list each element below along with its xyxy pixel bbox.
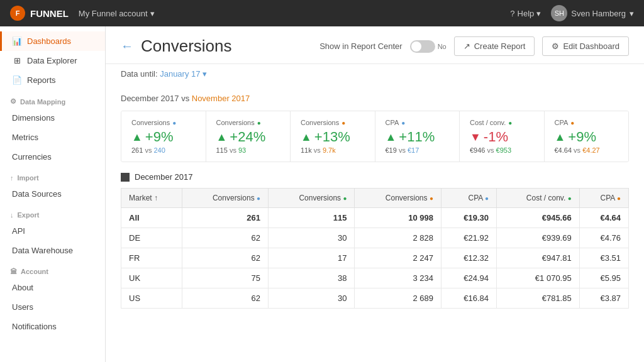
avatar: SH — [551, 5, 567, 21]
legend-box — [121, 173, 130, 182]
table-row: DE62302 828€21.92€939.69€4.76 — [121, 228, 629, 248]
toggle-knob — [411, 41, 421, 52]
sidebar-item-label: Dashboards — [27, 36, 71, 46]
table-header-0[interactable]: Market ↑ — [121, 189, 182, 208]
account-selector[interactable]: My Funnel account ▾ — [79, 9, 155, 18]
metric-label: Conversions ● — [216, 119, 280, 126]
table-cell: €939.69 — [496, 228, 579, 248]
sidebar-item-label: Currencies — [12, 152, 52, 162]
sidebar-item-data-explorer[interactable]: ⊞ Data Explorer — [0, 51, 105, 70]
metric-label: Conversions ● — [131, 119, 196, 126]
metric-vs: €946 vs €953 — [470, 146, 534, 154]
sidebar-item-label: Dimensions — [12, 113, 55, 123]
section-import: ↑ Import — [0, 167, 105, 184]
table-header-1[interactable]: Conversions ● — [182, 189, 268, 208]
metric-change: ▼-1% — [470, 129, 534, 145]
section-account: 🏛 Account — [0, 260, 105, 278]
sidebar-item-label: Metrics — [12, 133, 38, 142]
top-nav-left: F FUNNEL My Funnel account ▾ — [10, 6, 155, 21]
create-report-label: Create Report — [474, 41, 526, 51]
create-report-button[interactable]: ↗ Create Report — [454, 36, 535, 56]
share-icon: ↗ — [464, 41, 470, 51]
sidebar-item-label: About — [12, 283, 33, 292]
sidebar-item-notifications[interactable]: Notifications — [0, 317, 105, 336]
table-cell: €947.81 — [496, 248, 579, 268]
grid-icon: ⊞ — [12, 56, 22, 65]
table-header-5[interactable]: Cost / conv. ● — [496, 189, 579, 208]
table-cell: 17 — [269, 248, 355, 268]
toggle-track[interactable] — [410, 40, 435, 53]
chevron-down-icon: ▾ — [150, 9, 155, 18]
data-until-date[interactable]: January 17 — [160, 69, 200, 79]
download-icon: ↓ — [10, 211, 14, 219]
metric-change: ▲+9% — [131, 129, 196, 145]
data-table: Market ↑Conversions ●Conversions ●Conver… — [121, 188, 629, 309]
chevron-down-icon: ▾ — [536, 9, 541, 18]
metric-change: ▲+11% — [386, 129, 450, 145]
sidebar-item-dashboards[interactable]: 📊 Dashboards — [0, 31, 105, 51]
sidebar-item-label: Data Explorer — [27, 56, 77, 65]
sidebar-item-reports[interactable]: 📄 Reports — [0, 70, 105, 90]
toggle-state-label: No — [438, 43, 447, 50]
sidebar-item-about[interactable]: About — [0, 278, 105, 297]
table-header-4[interactable]: CPA ● — [441, 189, 496, 208]
table-cell: 2 689 — [355, 288, 441, 309]
table-cell: 62 — [182, 248, 268, 268]
data-until-bar: Data until: January 17 ▾ — [106, 64, 644, 84]
table-cell: €3.87 — [579, 288, 628, 309]
metric-vs: 11k vs 9.7k — [301, 146, 365, 154]
sidebar-item-label: Data Warehouse — [12, 246, 73, 255]
sidebar-item-data-warehouse[interactable]: Data Warehouse — [0, 241, 105, 260]
sidebar-item-dimensions[interactable]: Dimensions — [0, 108, 105, 128]
sidebar-item-metrics[interactable]: Metrics — [0, 128, 105, 147]
table-cell: 38 — [269, 268, 355, 288]
top-nav-right: ? Help ▾ SH Sven Hamberg ▾ — [510, 5, 634, 21]
user-name: Sven Hamberg — [571, 9, 626, 18]
edit-dashboard-button[interactable]: ⚙ Edit Dashboard — [542, 36, 629, 56]
table-header-2[interactable]: Conversions ● — [269, 189, 355, 208]
user-menu-button[interactable]: SH Sven Hamberg ▾ — [551, 5, 634, 21]
table-cell: €781.85 — [496, 288, 579, 309]
table-cell: 261 — [182, 208, 268, 228]
table-cell: UK — [121, 268, 182, 288]
table-cell: 10 998 — [355, 208, 441, 228]
table-cell: 62 — [182, 288, 268, 309]
sidebar-item-currencies[interactable]: Currencies — [0, 147, 105, 167]
metric-vs: €19 vs €17 — [386, 146, 450, 154]
help-button[interactable]: ? Help ▾ — [510, 9, 541, 18]
sidebar-item-data-sources[interactable]: Data Sources — [0, 184, 105, 204]
table-cell: €945.66 — [496, 208, 579, 228]
sidebar-item-api[interactable]: API — [0, 221, 105, 241]
show-in-report-toggle[interactable]: No — [410, 40, 447, 53]
table-header-6[interactable]: CPA ● — [579, 189, 628, 208]
comparison-header: December 2017 vs November 2017 — [121, 94, 629, 103]
table-section: December 2017 Market ↑Conversions ●Conve… — [106, 172, 644, 319]
page-header: ← Conversions Show in Report Center No ↗… — [106, 26, 644, 64]
gear-icon: ⚙ — [552, 41, 559, 51]
help-label: Help — [518, 9, 535, 18]
table-cell: €3.51 — [579, 248, 628, 268]
table-row: US62302 689€16.84€781.85€3.87 — [121, 288, 629, 309]
sidebar-item-label: API — [12, 226, 25, 236]
table-cell: DE — [121, 228, 182, 248]
table-cell: FR — [121, 248, 182, 268]
table-cell: €24.94 — [441, 268, 496, 288]
table-row: UK75383 234€24.94€1 070.95€5.95 — [121, 268, 629, 288]
main-content: ← Conversions Show in Report Center No ↗… — [106, 26, 644, 362]
metric-card-2: Conversions ● ▲+13% 11k vs 9.7k — [291, 111, 375, 162]
metric-change: ▲+9% — [555, 129, 619, 145]
page-title: Conversions — [141, 36, 232, 56]
sidebar-item-users[interactable]: Users — [0, 297, 105, 317]
dashboard-icon: 📊 — [12, 36, 22, 46]
page-title-area: ← Conversions — [121, 36, 232, 56]
metric-card-3: CPA ● ▲+11% €19 vs €17 — [375, 111, 460, 162]
sidebar: 📊 Dashboards ⊞ Data Explorer 📄 Reports ⚙… — [0, 26, 106, 362]
edit-dashboard-label: Edit Dashboard — [563, 41, 619, 51]
logo-text: FUNNEL — [30, 8, 69, 19]
report-icon: 📄 — [12, 75, 22, 85]
back-button[interactable]: ← — [121, 39, 133, 53]
table-header-3[interactable]: Conversions ● — [355, 189, 441, 208]
metrics-row: Conversions ● ▲+9% 261 vs 240 Conversion… — [121, 111, 629, 162]
table-cell: 75 — [182, 268, 268, 288]
chevron-down-icon: ▾ — [630, 9, 634, 18]
